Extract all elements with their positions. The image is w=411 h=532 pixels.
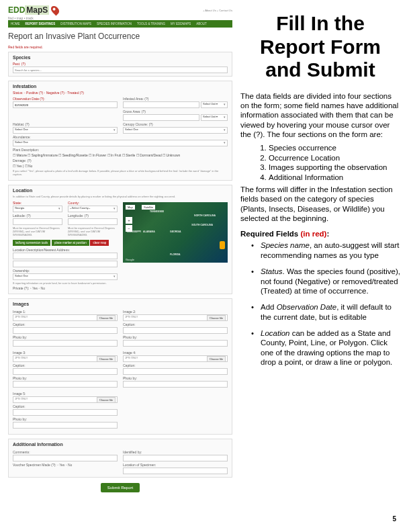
photoby1-input[interactable] [13, 340, 118, 347]
choose-file-btn[interactable]: Choose file [207, 356, 226, 362]
photoby4-label: Photo by: [123, 376, 228, 380]
img3-input[interactable]: JPG ONLYChoose file [13, 355, 118, 362]
photoby3-input[interactable] [13, 381, 118, 388]
damage-note: If you select "Yes", please upload a pho… [13, 169, 228, 176]
photoby2-input[interactable] [123, 340, 228, 347]
bullet-ital: Location [261, 329, 289, 337]
caption2-input[interactable] [123, 327, 228, 334]
specloc-input[interactable] [123, 468, 228, 474]
obsdate-input[interactable] [13, 101, 118, 108]
photoby5-input[interactable] [13, 422, 118, 429]
infarea-unit-select[interactable]: Select Unit ▾ [201, 101, 228, 108]
lat-input[interactable] [13, 218, 62, 225]
abundance-select[interactable]: Select One [13, 140, 228, 146]
img4-input[interactable]: JPG ONLYChoose file [123, 355, 228, 362]
photoby4-input[interactable] [123, 381, 228, 388]
list-item: Additional Information [269, 173, 400, 182]
plantdesc-options[interactable]: ☐ Mature ☐ Sapling/Immature ☐ Seedling/R… [13, 153, 228, 157]
choose-file-btn[interactable]: Choose file [97, 315, 116, 321]
caption3-input[interactable] [13, 368, 118, 375]
location-note: In addition to State and County, please … [13, 195, 228, 198]
nav-my[interactable]: MY EDDMAPS [171, 22, 191, 26]
state-label: State: [13, 201, 62, 205]
additional-header: Additional Information [13, 442, 228, 447]
logo-maps: MapS [25, 5, 49, 15]
map-zoom-in[interactable]: + [126, 217, 132, 224]
img3-label: Image 3: [13, 351, 118, 355]
private-label[interactable]: Private (?): ◦ Yes ◦ No [13, 286, 118, 290]
locdesc-input[interactable] [13, 253, 118, 259]
plantdesc-label: Plant Description: [13, 148, 228, 152]
ownership-label: Ownership: [13, 269, 118, 273]
btn-place-marker[interactable]: place marker at position [52, 240, 89, 246]
choose-file-btn[interactable]: Choose file [97, 356, 116, 362]
map-state: ALABAMA [143, 230, 155, 233]
bullet-ital: Status [261, 267, 283, 275]
main-nav: HOME REPORT SIGHTINGS DISTRIBUTION MAPS … [8, 20, 232, 28]
county-select[interactable]: --Select County-- [68, 206, 118, 212]
btn-conversion[interactable]: lat/long conversion tools [13, 240, 50, 246]
nav-species[interactable]: SPECIES INFORMATION [97, 22, 132, 26]
map-state: SOUTH CAROLINA [191, 224, 213, 226]
infarea-input[interactable] [123, 101, 199, 108]
locdesc-label: Location Description/Nearest Address: [13, 248, 118, 252]
grossarea-unit-select[interactable]: Select Unit ▾ [201, 114, 228, 121]
google-attribution: Google [126, 258, 134, 261]
caption1-label: Caption: [13, 322, 118, 326]
photoby3-label: Photo by: [13, 376, 118, 380]
grossarea-input[interactable] [123, 114, 199, 121]
pest-input[interactable] [13, 66, 228, 73]
img5-input[interactable]: JPG ONLYChoose file [13, 396, 118, 403]
btn-clear-map[interactable]: clear map [90, 240, 109, 246]
caption4-label: Caption: [123, 363, 228, 367]
county-label: County: [68, 201, 118, 205]
state-select[interactable]: Georgia [13, 206, 62, 212]
nav-tools[interactable]: TOOLS & TRAINING [137, 22, 165, 26]
lat-note: Must be expressed in Decimal Degrees (WG… [13, 226, 62, 236]
bullet-status: Status. Was the species found (positive)… [240, 267, 400, 296]
nav-about[interactable]: ABOUT [196, 22, 207, 26]
photoby2-label: Photo by: [123, 335, 228, 339]
comments-input[interactable] [13, 455, 118, 461]
caption1-input[interactable] [13, 327, 118, 334]
abundance-label: Abundance: [13, 135, 228, 139]
choose-file-btn[interactable]: Choose file [207, 315, 226, 321]
nav-home[interactable]: HOME [11, 22, 20, 26]
ownership-select[interactable]: Select One [13, 273, 118, 280]
caption4-input[interactable] [123, 368, 228, 375]
status-label[interactable]: Status: ◦ Positive (?) ◦ Negative (?) ◦ … [13, 91, 228, 95]
img2-input[interactable]: JPG ONLYChoose file [123, 314, 228, 321]
submit-row: Submit Report [8, 483, 232, 492]
page-number: 5 [392, 515, 396, 523]
submit-button[interactable]: Submit Report [101, 483, 140, 492]
bullet-obsdate: Add Observation Date, it will default to… [240, 302, 400, 322]
page-title: Fill In the Report Form and Submit [240, 12, 400, 82]
damage-options[interactable]: ☐ Yes | ☐ No [13, 164, 228, 168]
habitat-select[interactable]: Select One [13, 127, 118, 134]
section-location: Location In addition to State and County… [8, 185, 232, 294]
streetview-icon[interactable] [220, 241, 225, 249]
choose-file-btn[interactable]: Choose file [97, 397, 116, 403]
locdesc-input-2[interactable] [13, 261, 118, 267]
map-state: MISSISSIPPI [127, 230, 141, 233]
form-screenshot: EDDMapS + About Us + Contact Us find • m… [0, 0, 235, 498]
lon-input[interactable] [68, 218, 118, 225]
nav-report[interactable]: REPORT SIGHTINGS [26, 22, 56, 26]
img1-input[interactable]: JPG ONLYChoose file [13, 314, 118, 321]
voucher-label[interactable]: Voucher Specimen Made (?): ◦ Yes ◦ No [13, 463, 118, 467]
topnav-links[interactable]: + About Us + Contact Us [61, 9, 232, 12]
img5-label: Image 5: [13, 392, 118, 396]
ownership-note: If reporting infestation on private land… [13, 281, 118, 285]
map-btn-satellite[interactable]: Satellite [142, 205, 155, 210]
caption5-input[interactable] [13, 409, 118, 416]
comments-label: Comments: [13, 450, 118, 454]
identby-input[interactable] [123, 455, 228, 461]
map-btn-map[interactable]: Map [126, 205, 135, 210]
title-line-2: Report Form [260, 36, 381, 58]
map-state: TENNESSEE [150, 210, 164, 213]
section-species: Species Pest: (?) [8, 52, 232, 77]
location-map[interactable]: Map Satellite + − Google TENNESSEE NORTH… [123, 202, 228, 263]
nav-maps[interactable]: DISTRIBUTION MAPS [60, 22, 91, 26]
map-pin-icon [50, 5, 61, 16]
canopy-select[interactable]: Select One [123, 127, 228, 134]
